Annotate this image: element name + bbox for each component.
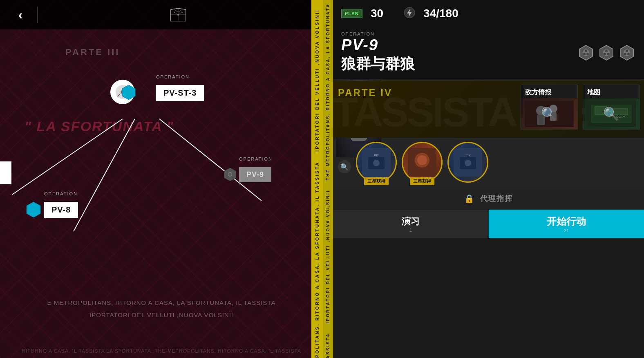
op-operation-text: OPERATION	[341, 31, 415, 36]
svg-point-25	[585, 50, 587, 52]
node-pv9[interactable]: ⬡ OPERATION PV-9	[223, 166, 271, 182]
svg-line-11	[178, 12, 182, 15]
svg-line-2	[178, 8, 186, 9]
svg-line-4	[178, 10, 182, 12]
node-pvst3[interactable]: OPERATION PV-ST-3	[110, 80, 204, 104]
resource-bar: PLAN 30 34/180	[333, 0, 644, 27]
pv9-op-label: OPERATION	[239, 157, 273, 161]
currency-count: 30	[371, 7, 383, 20]
reward-img-1: Inv	[362, 148, 391, 177]
home-icon	[168, 4, 188, 25]
svg-text:Inv: Inv	[374, 153, 379, 157]
reward-inner-1: Inv	[357, 143, 396, 181]
enemy-intel-label: 敌方情报	[521, 85, 577, 100]
parte-iii-label: PARTE III	[65, 47, 120, 58]
svg-point-56	[373, 160, 380, 166]
node-pv8[interactable]: OPERATION PV-8	[25, 200, 78, 218]
right-panel-vertical-strip: IPORTATORI DEL VELLUTI ,NUOVA VOLSINII T…	[323, 0, 333, 358]
start-action-button[interactable]: 开始行动 21	[489, 210, 644, 238]
svg-point-32	[607, 53, 609, 55]
svg-marker-17	[122, 85, 135, 100]
reward-badge-1: 三星获得	[364, 177, 389, 185]
drill-label: 演习	[402, 215, 420, 228]
right-content-wrapper: PLAN 30 34/180 OPERATION PV-9	[333, 0, 644, 358]
top-nav: ‹	[0, 0, 323, 29]
pv8-op-label: OPERATION	[44, 191, 78, 196]
right-panel: IPORTATORI DEL VELLUTI ,NUOVA VOLSINII T…	[323, 0, 644, 358]
svg-point-63	[465, 160, 471, 166]
svg-point-31	[604, 53, 606, 55]
svg-point-30	[605, 50, 608, 52]
start-sub: 21	[564, 228, 569, 233]
main-content-area: 推荐平均等级 精英2 LV.10 群狼之力是狼群，狼群之力是群狼。 <烟花发射器…	[333, 80, 644, 238]
back-button[interactable]: ‹	[8, 4, 33, 25]
left-panel: ‹ PARTE III " LA SFORTU	[0, 0, 323, 358]
diff-icon-3	[618, 44, 636, 62]
difficulty-icons	[577, 44, 636, 62]
info-cards-container: 敌方情报 🔍	[521, 85, 640, 130]
svg-text:⬡: ⬡	[228, 172, 233, 177]
op-code: PV-9	[341, 36, 378, 54]
pvst3-code: PV-ST-3	[156, 85, 204, 101]
home-button[interactable]	[42, 4, 315, 25]
rewards-search-icon: 🔍	[340, 163, 349, 171]
op-chinese-title: 狼群与群狼	[341, 54, 415, 74]
reward-thumb-1: Inv	[356, 142, 397, 183]
svg-text:Inv: Inv	[465, 153, 471, 157]
diff-icon-1	[577, 44, 595, 62]
left-panel-vertical-strip: IPORTATORI DEL VELLUTI ,NUOVA VOLSINII T…	[311, 0, 323, 358]
vertical-strip-text: IPORTATORI DEL VELLUTI ,NUOVA VOLSINII T…	[311, 0, 323, 358]
svg-point-36	[624, 53, 626, 55]
operation-header: OPERATION PV-9 狼群与群狼	[333, 27, 644, 80]
reward-item-1[interactable]: Inv 三星获得	[356, 142, 397, 183]
reward-item-3[interactable]: Inv	[447, 142, 488, 183]
svg-line-1	[170, 8, 178, 9]
pvst3-op-label: OPERATION	[156, 74, 190, 79]
bottom-scroll-text-2: RITORNO A CASA, IL TASSISTA LA SFORTUNAT…	[0, 348, 323, 354]
sanity-count: 34/180	[423, 7, 458, 20]
lock-icon: 🔒	[464, 194, 474, 204]
enemy-intel-thumb: 🔍	[521, 98, 577, 129]
action-buttons-row: 演习 1 开始行动 21	[333, 210, 644, 238]
lightning-separator	[404, 7, 415, 20]
svg-point-59	[417, 155, 427, 165]
left-white-bar	[0, 161, 11, 184]
svg-point-27	[586, 53, 589, 55]
reward-img-2	[408, 148, 436, 177]
plan-badge: PLAN	[341, 9, 362, 18]
reward-item-2[interactable]: 三星获得	[402, 142, 443, 183]
start-label: 开始行动	[547, 215, 586, 228]
svg-marker-20	[27, 202, 40, 217]
drill-button[interactable]: 演习 1	[333, 210, 489, 238]
map-label: 地图	[583, 85, 640, 100]
middle-section: PARTE IV TASSISTA 敌方情报	[333, 81, 644, 138]
nav-divider	[37, 7, 38, 23]
pv8-code: PV-8	[44, 202, 78, 218]
map-card[interactable]: 地图 CCTV 🔍	[583, 85, 640, 130]
svg-point-26	[583, 53, 586, 55]
svg-line-3	[174, 10, 178, 12]
parte-iv-label: PARTE IV	[338, 87, 392, 98]
drill-sub: 1	[409, 228, 412, 233]
reward-inner-3: Inv	[449, 143, 487, 181]
reward-thumb-3: Inv	[447, 142, 488, 183]
quote-text: " LA SFORTUNATA "	[25, 119, 174, 134]
op-title-row: OPERATION PV-9 狼群与群狼	[341, 31, 636, 74]
svg-line-10	[174, 12, 178, 15]
svg-point-37	[627, 53, 630, 55]
search-icon-map: 🔍	[603, 106, 619, 122]
diff-icon-2	[597, 44, 615, 62]
pv9-code: PV-9	[239, 167, 271, 182]
enemy-intel-card[interactable]: 敌方情报 🔍	[521, 85, 578, 130]
delegate-button[interactable]: 🔒 代理指挥	[333, 187, 644, 210]
reward-badge-2: 三星获得	[410, 177, 434, 185]
reward-inner-2	[403, 143, 441, 181]
map-thumb: CCTV 🔍	[583, 98, 640, 129]
delegate-label: 代理指挥	[480, 194, 513, 204]
reward-img-3: Inv	[454, 148, 482, 177]
right-vertical-text: IPORTATORI DEL VELLUTI ,NUOVA VOLSINII T…	[323, 0, 333, 358]
search-icon-enemy: 🔍	[541, 106, 557, 122]
lightning-icon	[404, 7, 415, 18]
rewards-search-btn[interactable]: 🔍	[338, 160, 351, 173]
svg-point-35	[626, 50, 628, 52]
